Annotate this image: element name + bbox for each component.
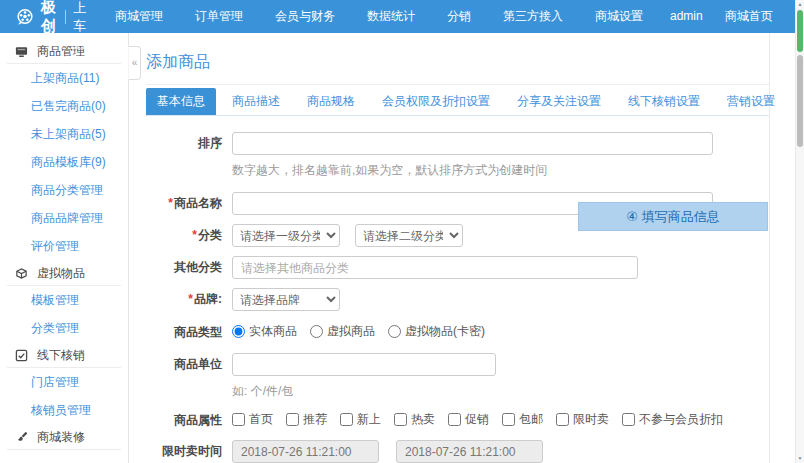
product-attr-checkbox-5[interactable]: [502, 413, 515, 426]
check-square-icon: [15, 349, 29, 362]
sidebar-collapse-button[interactable]: «: [128, 46, 141, 80]
sidebar-item-2-1[interactable]: 核销员管理: [0, 396, 128, 424]
product-type-option-label: 实体商品: [249, 323, 297, 340]
brush-icon: [15, 431, 29, 444]
sidebar-item-0-4[interactable]: 商品分类管理: [0, 176, 128, 204]
product-attr-option-label: 热卖: [411, 411, 435, 428]
product-type-option-label: 虚拟商品: [327, 323, 375, 340]
page-title: 添加商品: [146, 52, 769, 85]
flash-time-label: 限时卖时间: [146, 443, 232, 460]
user-nav-item-0[interactable]: admin: [659, 0, 714, 33]
sidebar-item-1-0[interactable]: 模板管理: [0, 286, 128, 314]
product-attr-option-label: 新上: [357, 411, 381, 428]
tab-0[interactable]: 基本信息: [146, 88, 216, 115]
sidebar-section-label: 线下核销: [37, 347, 85, 364]
tab-2[interactable]: 商品规格: [296, 88, 366, 115]
required-mark: *: [168, 196, 173, 210]
product-attrs-options: 首页推荐新上热卖促销包邮限时卖不参与会员折扣: [232, 411, 736, 429]
product-attr-checkbox-0[interactable]: [232, 413, 245, 426]
product-attr-checkbox-3[interactable]: [394, 413, 407, 426]
flash-start-input[interactable]: [232, 440, 379, 463]
tab-1[interactable]: 商品描述: [221, 88, 291, 115]
product-attr-option-3[interactable]: 热卖: [394, 411, 435, 428]
unit-input[interactable]: [232, 353, 496, 376]
product-type-row: 商品类型 实体商品虚拟商品虚拟物品(卡密): [146, 323, 769, 341]
product-attr-checkbox-2[interactable]: [340, 413, 353, 426]
flash-end-input[interactable]: [396, 440, 543, 463]
tab-5[interactable]: 线下核销设置: [617, 88, 711, 115]
sidebar-item-0-3[interactable]: 商品模板库(9): [0, 148, 128, 176]
add-product-form: 排序 数字越大，排名越靠前,如果为空，默认排序方式为创建时间 *商品名称 *分类…: [146, 132, 769, 463]
sort-hint-row: 数字越大，排名越靠前,如果为空，默认排序方式为创建时间: [232, 162, 769, 179]
product-attr-checkbox-4[interactable]: [448, 413, 461, 426]
brand[interactable]: 极创 掌上车店: [0, 0, 99, 33]
tab-6[interactable]: 营销设置: [716, 88, 786, 115]
product-attr-option-4[interactable]: 促销: [448, 411, 489, 428]
product-type-radio-1[interactable]: [310, 325, 323, 338]
other-category-input[interactable]: [232, 256, 638, 279]
product-attr-option-5[interactable]: 包邮: [502, 411, 543, 428]
product-type-options: 实体商品虚拟商品虚拟物品(卡密): [232, 323, 498, 341]
product-name-label: *商品名称: [146, 195, 232, 212]
product-type-radio-0[interactable]: [232, 325, 245, 338]
nav-item-5[interactable]: 第三方接入: [487, 0, 579, 33]
sidebar-item-0-2[interactable]: 未上架商品(5): [0, 120, 128, 148]
product-attr-checkbox-7[interactable]: [622, 413, 635, 426]
sidebar-item-0-0[interactable]: 上架商品(11): [0, 64, 128, 92]
sidebar-item-0-6[interactable]: 评价管理: [0, 232, 128, 260]
sidebar-item-2-0[interactable]: 门店管理: [0, 368, 128, 396]
product-type-option-1[interactable]: 虚拟商品: [310, 323, 375, 340]
scroll-up-icon[interactable]: ▲: [796, 0, 804, 9]
required-mark: *: [192, 228, 197, 242]
nav-item-6[interactable]: 商城设置: [579, 0, 659, 33]
nav-item-3[interactable]: 数据统计: [351, 0, 431, 33]
nav-item-4[interactable]: 分销: [431, 0, 487, 33]
nav-item-2[interactable]: 会员与财务: [259, 0, 351, 33]
tab-bar: 基本信息商品描述商品规格会员权限及折扣设置分享及关注设置线下核销设置营销设置: [146, 88, 769, 116]
sort-hint: 数字越大，排名越靠前,如果为空，默认排序方式为创建时间: [232, 163, 547, 177]
nav-item-1[interactable]: 订单管理: [179, 0, 259, 33]
tab-3[interactable]: 会员权限及折扣设置: [371, 88, 501, 115]
brand-label: *品牌:: [146, 291, 232, 308]
sidebar-item-0-5[interactable]: 商品品牌管理: [0, 204, 128, 232]
product-type-radio-2[interactable]: [388, 325, 401, 338]
sort-input[interactable]: [232, 132, 713, 155]
product-attr-option-0[interactable]: 首页: [232, 411, 273, 428]
product-attrs-label: 商品属性: [146, 412, 232, 429]
brand-logo-icon: [15, 7, 35, 27]
sidebar-section-2: 线下核销: [7, 344, 121, 368]
sidebar-item-0-1[interactable]: 已售完商品(0): [0, 92, 128, 120]
other-category-label: 其他分类: [146, 259, 232, 276]
category-level2-select[interactable]: 请选择二级分类: [355, 224, 463, 247]
admin-page: 极创 掌上车店 商城管理订单管理会员与财务数据统计分销第三方接入商城设置 adm…: [0, 0, 804, 463]
nav-item-0[interactable]: 商城管理: [99, 0, 179, 33]
flash-time-row: 限时卖时间: [146, 440, 769, 463]
product-attr-option-1[interactable]: 推荐: [286, 411, 327, 428]
sidebar-section-3: 商城装修: [7, 426, 121, 450]
product-attr-option-2[interactable]: 新上: [340, 411, 381, 428]
brand-subtitle: 掌上车店: [73, 0, 87, 53]
category-label: *分类: [146, 227, 232, 244]
main-content: 添加商品 基本信息商品描述商品规格会员权限及折扣设置分享及关注设置线下核销设置营…: [129, 33, 769, 463]
product-type-option-2[interactable]: 虚拟物品(卡密): [388, 323, 485, 340]
product-attr-option-label: 推荐: [303, 411, 327, 428]
product-attr-option-7[interactable]: 不参与会员折扣: [622, 411, 723, 428]
brand-select[interactable]: 请选择品牌: [232, 288, 340, 311]
sidebar-item-1-1[interactable]: 分类管理: [0, 314, 128, 342]
product-attr-option-6[interactable]: 限时卖: [556, 411, 609, 428]
sidebar-menu: 商品管理上架商品(11)已售完商品(0)未上架商品(5)商品模板库(9)商品分类…: [0, 40, 128, 450]
category-level1-select[interactable]: 请选择一级分类: [232, 224, 340, 247]
scrollbar-thumb[interactable]: [797, 55, 803, 147]
tab-4[interactable]: 分享及关注设置: [506, 88, 612, 115]
product-attr-checkbox-6[interactable]: [556, 413, 569, 426]
product-type-option-0[interactable]: 实体商品: [232, 323, 297, 340]
sidebar-section-1: 虚拟物品: [7, 262, 121, 286]
scroll-down-icon[interactable]: ▼: [796, 454, 804, 463]
shop-icon: [15, 45, 29, 58]
product-attr-option-label: 限时卖: [573, 411, 609, 428]
other-category-row: 其他分类: [146, 256, 769, 279]
user-nav-item-1[interactable]: 商城首页: [714, 0, 784, 33]
product-attr-checkbox-1[interactable]: [286, 413, 299, 426]
unit-label: 商品单位: [146, 356, 232, 373]
page-scrollbar[interactable]: ▲ ▼: [795, 0, 804, 463]
